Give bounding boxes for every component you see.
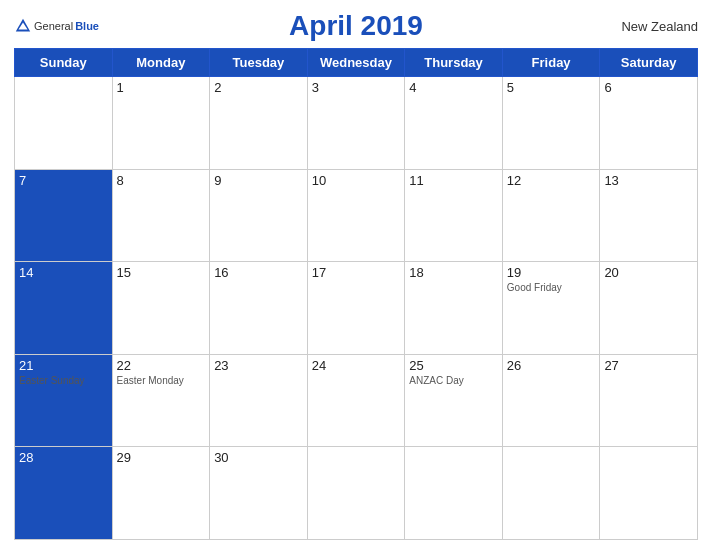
calendar-cell: 25ANZAC Day	[405, 354, 503, 447]
day-number: 6	[604, 80, 693, 95]
calendar-cell: 17	[307, 262, 405, 355]
logo: General Blue	[14, 17, 99, 35]
col-tuesday: Tuesday	[210, 49, 308, 77]
calendar-cell: 24	[307, 354, 405, 447]
col-thursday: Thursday	[405, 49, 503, 77]
holiday-label: Easter Sunday	[19, 375, 108, 386]
header: General Blue April 2019 New Zealand	[14, 10, 698, 42]
calendar-cell: 18	[405, 262, 503, 355]
page: General Blue April 2019 New Zealand Sund…	[0, 0, 712, 550]
calendar-cell: 14	[15, 262, 113, 355]
day-number: 29	[117, 450, 206, 465]
calendar-cell: 13	[600, 169, 698, 262]
col-monday: Monday	[112, 49, 210, 77]
week-row-0: 123456	[15, 77, 698, 170]
calendar-cell: 19Good Friday	[502, 262, 600, 355]
day-number: 5	[507, 80, 596, 95]
calendar-cell: 11	[405, 169, 503, 262]
day-number: 9	[214, 173, 303, 188]
calendar-cell	[502, 447, 600, 540]
holiday-label: Good Friday	[507, 282, 596, 293]
logo-blue-text: Blue	[75, 20, 99, 32]
calendar-cell: 21Easter Sunday	[15, 354, 113, 447]
logo-icon	[14, 17, 32, 35]
day-number: 24	[312, 358, 401, 373]
calendar-table: Sunday Monday Tuesday Wednesday Thursday…	[14, 48, 698, 540]
calendar-cell: 7	[15, 169, 113, 262]
calendar-cell: 1	[112, 77, 210, 170]
col-wednesday: Wednesday	[307, 49, 405, 77]
day-number: 22	[117, 358, 206, 373]
col-friday: Friday	[502, 49, 600, 77]
week-row-3: 21Easter Sunday22Easter Monday232425ANZA…	[15, 354, 698, 447]
day-number: 18	[409, 265, 498, 280]
logo-general-text: General	[34, 20, 73, 32]
day-number: 10	[312, 173, 401, 188]
calendar-header: Sunday Monday Tuesday Wednesday Thursday…	[15, 49, 698, 77]
day-number: 1	[117, 80, 206, 95]
week-row-2: 141516171819Good Friday20	[15, 262, 698, 355]
col-sunday: Sunday	[15, 49, 113, 77]
day-number: 4	[409, 80, 498, 95]
calendar-cell: 16	[210, 262, 308, 355]
day-number: 27	[604, 358, 693, 373]
calendar-cell: 27	[600, 354, 698, 447]
weekday-header-row: Sunday Monday Tuesday Wednesday Thursday…	[15, 49, 698, 77]
calendar-cell: 10	[307, 169, 405, 262]
calendar-cell: 9	[210, 169, 308, 262]
calendar-cell: 6	[600, 77, 698, 170]
holiday-label: Easter Monday	[117, 375, 206, 386]
calendar-title: April 2019	[289, 10, 423, 42]
day-number: 11	[409, 173, 498, 188]
calendar-cell: 28	[15, 447, 113, 540]
day-number: 3	[312, 80, 401, 95]
calendar-cell: 30	[210, 447, 308, 540]
day-number: 8	[117, 173, 206, 188]
calendar-cell: 23	[210, 354, 308, 447]
calendar-body: 12345678910111213141516171819Good Friday…	[15, 77, 698, 540]
day-number: 19	[507, 265, 596, 280]
day-number: 26	[507, 358, 596, 373]
week-row-4: 282930	[15, 447, 698, 540]
calendar-cell: 3	[307, 77, 405, 170]
day-number: 14	[19, 265, 108, 280]
calendar-cell: 5	[502, 77, 600, 170]
day-number: 25	[409, 358, 498, 373]
calendar-cell: 12	[502, 169, 600, 262]
day-number: 2	[214, 80, 303, 95]
day-number: 17	[312, 265, 401, 280]
calendar-cell	[307, 447, 405, 540]
calendar-cell: 15	[112, 262, 210, 355]
country-label: New Zealand	[621, 19, 698, 34]
day-number: 13	[604, 173, 693, 188]
day-number: 15	[117, 265, 206, 280]
week-row-1: 78910111213	[15, 169, 698, 262]
day-number: 23	[214, 358, 303, 373]
calendar-cell	[15, 77, 113, 170]
day-number: 30	[214, 450, 303, 465]
day-number: 12	[507, 173, 596, 188]
col-saturday: Saturday	[600, 49, 698, 77]
calendar-cell: 26	[502, 354, 600, 447]
day-number: 28	[19, 450, 108, 465]
calendar-cell: 8	[112, 169, 210, 262]
calendar-cell	[405, 447, 503, 540]
calendar-cell: 22Easter Monday	[112, 354, 210, 447]
day-number: 21	[19, 358, 108, 373]
calendar-cell	[600, 447, 698, 540]
day-number: 16	[214, 265, 303, 280]
calendar-cell: 20	[600, 262, 698, 355]
calendar-cell: 4	[405, 77, 503, 170]
holiday-label: ANZAC Day	[409, 375, 498, 386]
day-number: 7	[19, 173, 108, 188]
day-number: 20	[604, 265, 693, 280]
calendar-cell: 2	[210, 77, 308, 170]
calendar-cell: 29	[112, 447, 210, 540]
